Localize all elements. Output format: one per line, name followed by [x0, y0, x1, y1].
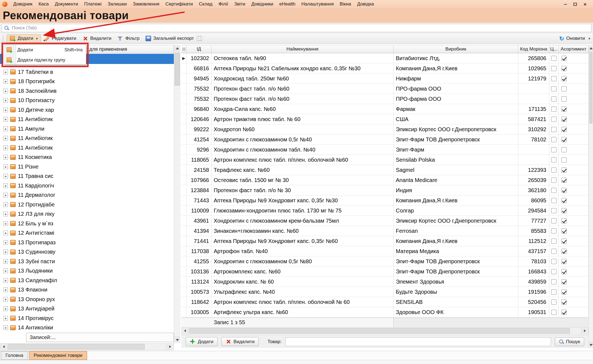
table-row[interactable]: ▶ 102302 Остеокеа табл. №90 Витабиотикс …	[181, 53, 589, 63]
tree-item[interactable]: + 12 Антигістамі	[0, 228, 174, 238]
tree-item[interactable]: + 11 Ампули	[0, 124, 174, 134]
expand-icon[interactable]: +	[3, 287, 8, 292]
expand-icon[interactable]: +	[3, 136, 8, 141]
scroll-thumb[interactable]	[589, 52, 592, 124]
checkbox-assortment[interactable]	[561, 310, 567, 315]
tree-item[interactable]: + 11 Травна сис	[0, 172, 174, 181]
refresh-button[interactable]: ↻ Оновити	[556, 34, 588, 43]
tree-item[interactable]: + 11 Антибіотик	[0, 115, 174, 124]
minimize-button[interactable]	[562, 1, 568, 7]
scroll-right-button[interactable]	[581, 327, 588, 334]
bottom-search-button[interactable]: Пошук	[555, 337, 584, 346]
table-row[interactable]: 103136 Артрокомплекс капс. №60 Элит-Фарм…	[181, 267, 589, 277]
tree-item[interactable]: + 13 Опорно рух	[0, 295, 174, 304]
table-row[interactable]: 120646 Артрон триактив плюс табл. № 60 С…	[181, 114, 589, 124]
expand-icon[interactable]: +	[3, 221, 8, 226]
scroll-track[interactable]	[189, 327, 581, 334]
expand-icon[interactable]: +	[3, 183, 8, 188]
checkbox-c[interactable]	[551, 228, 556, 234]
menu-item[interactable]: Звіти	[231, 0, 248, 8]
tree-item[interactable]: + 18 Протигрибк	[0, 77, 174, 86]
checkbox-assortment[interactable]	[561, 96, 567, 102]
column-header-assortment[interactable]: Асортимент	[559, 45, 589, 53]
expand-icon[interactable]: +	[3, 240, 8, 245]
table-row[interactable]: 99222 Хондротоп №60 Эликсир Кортес ООО г…	[181, 124, 589, 135]
tab[interactable]: Головна	[1, 351, 28, 360]
checkbox-c[interactable]	[551, 137, 556, 142]
menu-item[interactable]: Документи	[52, 0, 81, 8]
checkbox-assortment[interactable]	[561, 208, 567, 213]
checkbox-assortment[interactable]	[561, 188, 567, 193]
expand-icon[interactable]: +	[3, 250, 8, 254]
menu-option[interactable]: Додати підлеглу групу	[3, 55, 86, 65]
expand-icon[interactable]: +	[3, 316, 8, 321]
checkbox-c[interactable]	[551, 289, 556, 295]
tree-item[interactable]: + 11 Різне	[0, 162, 174, 172]
expand-icon[interactable]: +	[3, 268, 8, 273]
column-header-c[interactable]: Ц...	[549, 45, 559, 53]
expand-icon[interactable]: +	[3, 108, 8, 112]
checkbox-assortment[interactable]	[561, 76, 567, 81]
expand-icon[interactable]: +	[3, 231, 8, 235]
tree-item[interactable]: + 13 Зубні пасти	[0, 257, 174, 266]
table-row[interactable]: 24158 Терафлекс капс. №60 Sagmel 122393	[181, 165, 589, 175]
table-row[interactable]: 113124 Хондроклин капс. № 60 Элемент Здо…	[181, 277, 589, 287]
expand-icon[interactable]: +	[3, 278, 8, 283]
tree-item[interactable]: + 12 Біль у м`яз	[0, 219, 174, 228]
menu-item[interactable]: Замовлення	[130, 0, 162, 8]
scroll-thumb[interactable]	[8, 344, 145, 349]
menu-item[interactable]: Філії	[216, 0, 231, 8]
table-row[interactable]: 75532 Протекон фаст табл. п/о №60 ПРО-фа…	[181, 84, 589, 94]
tree-item[interactable]: + 13 Флакони	[0, 285, 174, 295]
menu-item[interactable]: Склад	[196, 0, 215, 8]
column-header-name[interactable]: Найменування	[211, 45, 394, 53]
row-indicator-header[interactable]	[181, 45, 186, 53]
checkbox-assortment[interactable]	[561, 86, 567, 91]
checkbox-c[interactable]	[551, 76, 556, 81]
checkbox-c[interactable]	[551, 249, 556, 254]
checkbox-c[interactable]	[551, 147, 556, 152]
tree-vertical-scrollbar[interactable]	[174, 45, 180, 343]
tree-item[interactable]: + 10 Протизасту	[0, 96, 174, 105]
expand-icon[interactable]: +	[3, 70, 8, 74]
expand-icon[interactable]: +	[3, 212, 8, 216]
checkbox-c[interactable]	[551, 198, 556, 203]
expand-icon[interactable]: +	[3, 259, 8, 264]
table-row[interactable]: 96840 Хондра-Сила капс. №60 Фармак 17113…	[181, 104, 589, 114]
menu-item[interactable]: Платежі	[81, 0, 104, 8]
table-row[interactable]: 94945 Хондроксид табл. 250мг №60 Нижфарм…	[181, 74, 589, 84]
menu-option[interactable]: Додати Shift+Ins	[3, 45, 86, 55]
checkbox-assortment[interactable]	[561, 198, 567, 203]
expand-icon[interactable]: +	[3, 174, 8, 178]
tree-item[interactable]: + 11 Антибіотик	[0, 143, 174, 153]
table-row[interactable]: 9296 Хондроитин с глюкозамином табл. №40…	[181, 145, 589, 155]
scroll-up-button[interactable]	[589, 45, 593, 52]
table-row[interactable]: 71441 Аптека Природы №9 Хондровит капс. …	[181, 236, 589, 246]
tree-item[interactable]: + 11 Антибіотик	[0, 134, 174, 143]
scroll-track[interactable]	[7, 343, 166, 350]
columns-icon[interactable]	[197, 36, 202, 41]
checkbox-c[interactable]	[551, 127, 556, 132]
expand-icon[interactable]: +	[3, 98, 8, 103]
expand-icon[interactable]: +	[3, 202, 8, 207]
checkbox-assortment[interactable]	[561, 289, 567, 295]
menu-item[interactable]: Довідка	[354, 0, 377, 8]
tree-item[interactable]: + 13 Протипараз	[0, 238, 174, 247]
table-row[interactable]: 103005 Артифлекс ультра капс. №60 Здоров…	[181, 307, 589, 317]
checkbox-c[interactable]	[551, 117, 556, 122]
checkbox-assortment[interactable]	[561, 269, 567, 274]
expand-icon[interactable]: +	[3, 164, 8, 169]
checkbox-c[interactable]	[551, 269, 556, 274]
tree-horizontal-scrollbar[interactable]	[0, 343, 174, 350]
checkbox-assortment[interactable]	[561, 56, 567, 61]
table-row[interactable]: 43961 Хондроитин с глюкозамином крем-бал…	[181, 216, 589, 226]
bottom-delete-button[interactable]: Видалити	[221, 337, 259, 346]
checkbox-c[interactable]	[551, 279, 556, 284]
tree-item[interactable]: + 14 Противірус	[0, 313, 174, 323]
checkbox-c[interactable]	[551, 239, 556, 244]
bottom-add-button[interactable]: Додати	[186, 337, 218, 346]
expand-icon[interactable]: +	[3, 325, 8, 330]
table-row[interactable]: 41255 Хондроитин с глюкозамином 0,5г №80…	[181, 256, 589, 267]
menu-item[interactable]: Довідники	[248, 0, 276, 8]
tree-item[interactable]: + 13 Льодяники	[0, 266, 174, 276]
